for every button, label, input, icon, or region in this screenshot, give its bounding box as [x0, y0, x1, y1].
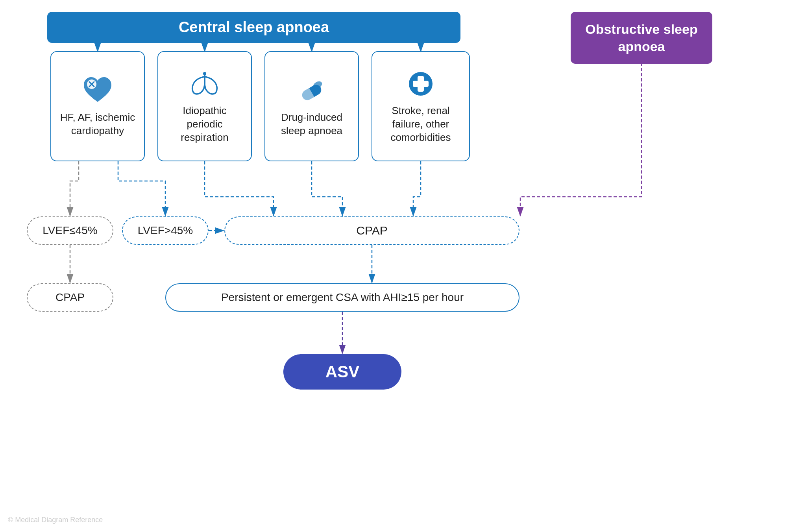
lvef-low-box: LVEF≤45%: [27, 216, 113, 245]
cpap-large-box: CPAP: [224, 216, 519, 245]
lvef-high-box: LVEF>45%: [122, 216, 209, 245]
persistent-csa-box: Persistent or emergent CSA with AHI≥15 p…: [165, 283, 519, 312]
heart-x-icon: [82, 76, 113, 106]
asv-box: ASV: [283, 354, 401, 390]
asv-label: ASV: [325, 362, 359, 381]
osa-title: Obstructive sleep apnoea: [585, 22, 697, 54]
plus-circle-icon: [405, 70, 436, 100]
cpap-small-box: CPAP: [27, 283, 113, 312]
lvef-low-label: LVEF≤45%: [43, 224, 97, 237]
diagram-container: Central sleep apnoea Obstructive sleep a…: [0, 0, 806, 532]
drug-induced-label: Drug-induced sleep apnoea: [272, 111, 352, 138]
category-hf-af: HF, AF, ischemic cardiopathy: [50, 51, 145, 161]
watermark: © Medical Diagram Reference: [8, 516, 103, 524]
lvef-high-label: LVEF>45%: [138, 224, 193, 237]
persistent-csa-label: Persistent or emergent CSA with AHI≥15 p…: [221, 291, 464, 304]
svg-rect-9: [413, 81, 429, 87]
category-drug-induced: Drug-induced sleep apnoea: [264, 51, 359, 161]
idiopathic-label: Idiopathic periodic respiration: [165, 104, 245, 144]
category-stroke: Stroke, renal failure, other comorbiditi…: [372, 51, 470, 161]
hf-af-label: HF, AF, ischemic cardiopathy: [57, 111, 138, 138]
stroke-label: Stroke, renal failure, other comorbiditi…: [379, 104, 463, 144]
osa-box: Obstructive sleep apnoea: [571, 12, 712, 64]
csa-banner: Central sleep apnoea: [47, 12, 460, 43]
cpap-large-label: CPAP: [356, 224, 387, 237]
csa-title: Central sleep apnoea: [179, 19, 329, 35]
svg-point-3: [203, 72, 206, 75]
pill-icon: [296, 76, 327, 106]
category-idiopathic: Idiopathic periodic respiration: [157, 51, 252, 161]
lungs-icon: [189, 70, 220, 100]
cpap-small-label: CPAP: [55, 291, 85, 304]
